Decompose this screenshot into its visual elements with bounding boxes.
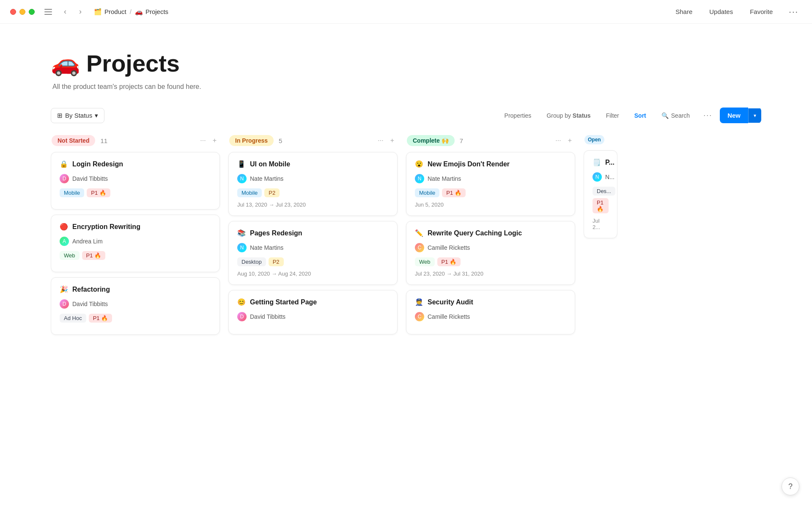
column-more-button-in-progress[interactable]: ··· xyxy=(375,135,386,146)
breadcrumb: 🗂️ Product / 🚗 Projects xyxy=(94,8,671,16)
breadcrumb-projects[interactable]: 🚗 Projects xyxy=(135,8,168,16)
properties-button[interactable]: Properties xyxy=(499,109,538,122)
search-icon: 🔍 xyxy=(661,112,669,119)
toolbar-more-button[interactable]: ··· xyxy=(699,108,716,123)
more-options-button[interactable]: ··· xyxy=(785,5,802,18)
column-not-started: Not Started11···+🔒Login RedesignDDavid T… xyxy=(51,135,220,340)
card-title-open-0: 🗒️P... xyxy=(593,158,609,166)
page-title: 🚗 Projects xyxy=(51,49,761,77)
favorite-button[interactable]: Favorite xyxy=(746,6,777,18)
card-tag: Web xyxy=(415,257,435,266)
card-in-progress-1[interactable]: 📚Pages RedesignNNate MartinsDesktopP2Aug… xyxy=(228,221,398,285)
column-add-button-not-started[interactable]: + xyxy=(210,135,219,146)
avatar: C xyxy=(415,312,424,321)
group-by-value: Status xyxy=(573,112,591,119)
card-title-in-progress-2: 😊Getting Started Page xyxy=(237,298,389,306)
card-open-0[interactable]: 🗒️P...NN...Des...P1 🔥Jul 2... xyxy=(584,150,617,238)
avatar: D xyxy=(60,174,69,183)
card-complete-2[interactable]: 👮Security AuditCCamille Ricketts xyxy=(406,290,575,334)
card-title-complete-1: ✏️Rewrite Query Caching Logic xyxy=(415,229,566,237)
breadcrumb-product[interactable]: 🗂️ Product xyxy=(94,8,126,16)
card-complete-1[interactable]: ✏️Rewrite Query Caching LogicCCamille Ri… xyxy=(406,221,575,285)
avatar: C xyxy=(415,243,424,252)
close-button[interactable] xyxy=(10,9,16,15)
card-title-text: Rewrite Query Caching Logic xyxy=(428,229,522,237)
help-button[interactable]: ? xyxy=(782,478,799,495)
avatar: D xyxy=(60,299,69,309)
card-icon: 😊 xyxy=(237,298,246,306)
card-tag: Desktop xyxy=(237,257,266,266)
card-tags-complete-0: MobileP1 🔥 xyxy=(415,188,566,197)
card-in-progress-0[interactable]: 📱UI on MobileNNate MartinsMobileP2Jul 13… xyxy=(228,152,398,216)
card-tags-open-0: Des...P1 🔥 xyxy=(593,187,609,213)
updates-button[interactable]: Updates xyxy=(705,6,737,18)
column-actions-in-progress: ···+ xyxy=(375,135,397,146)
maximize-button[interactable] xyxy=(29,9,35,15)
svg-rect-0 xyxy=(44,9,52,10)
page-icon: 🚗 xyxy=(51,49,80,77)
search-button[interactable]: 🔍 Search xyxy=(656,109,696,122)
search-label: Search xyxy=(671,112,690,119)
card-tags-complete-1: WebP1 🔥 xyxy=(415,257,566,266)
view-selector-button[interactable]: ⊞ By Status ▾ xyxy=(51,108,104,123)
column-count-not-started: 11 xyxy=(100,137,107,144)
share-button[interactable]: Share xyxy=(671,6,697,18)
card-in-progress-2[interactable]: 😊Getting Started PageDDavid Tibbitts xyxy=(228,290,398,334)
card-tag: Mobile xyxy=(60,188,84,197)
sort-button[interactable]: Sort xyxy=(628,109,652,122)
card-tag: P1 🔥 xyxy=(593,198,609,213)
svg-rect-2 xyxy=(44,14,52,15)
card-tags-not-started-1: WebP1 🔥 xyxy=(60,251,211,260)
toolbar: ⊞ By Status ▾ Properties Group by Status… xyxy=(51,108,761,123)
group-by-button[interactable]: Group by Status xyxy=(540,109,596,122)
column-add-button-complete[interactable]: + xyxy=(565,135,574,146)
new-button-group: New ▾ xyxy=(720,108,761,123)
new-button-dropdown[interactable]: ▾ xyxy=(748,108,761,123)
card-date-open-0: Jul 2... xyxy=(593,218,609,230)
card-tags-not-started-2: Ad HocP1 🔥 xyxy=(60,314,211,323)
column-more-button-complete[interactable]: ··· xyxy=(553,135,563,146)
avatar: N xyxy=(237,243,247,252)
card-meta-not-started-0: DDavid Tibbitts xyxy=(60,174,211,183)
card-title-text: Refactoring xyxy=(72,286,110,293)
card-date-in-progress-1: Aug 10, 2020 → Aug 24, 2020 xyxy=(237,271,389,277)
column-header-open: Open xyxy=(584,135,617,144)
view-icon: ⊞ xyxy=(57,112,63,119)
page-content: 🚗 Projects All the product team's projec… xyxy=(0,24,812,365)
column-count-in-progress: 5 xyxy=(279,137,282,144)
column-badge-open: Open xyxy=(584,135,604,144)
card-icon: 😮 xyxy=(415,160,423,168)
card-not-started-2[interactable]: 🎉RefactoringDDavid TibbittsAd HocP1 🔥 xyxy=(51,277,220,335)
assignee-name: David Tibbitts xyxy=(72,175,108,182)
card-tags-not-started-0: MobileP1 🔥 xyxy=(60,188,211,197)
page-title-text: Projects xyxy=(86,50,180,77)
card-not-started-1[interactable]: 🔴Encryption RewritingAAndrea LimWebP1 🔥 xyxy=(51,215,220,272)
card-tag: Ad Hoc xyxy=(60,314,86,323)
column-more-button-not-started[interactable]: ··· xyxy=(198,135,208,146)
column-in-progress: In Progress5···+📱UI on MobileNNate Marti… xyxy=(228,135,398,340)
card-title-not-started-1: 🔴Encryption Rewriting xyxy=(60,223,211,231)
back-button[interactable]: ‹ xyxy=(58,5,72,19)
card-title-text: Security Audit xyxy=(428,298,473,306)
card-date-complete-1: Jul 23, 2020 → Jul 31, 2020 xyxy=(415,271,566,277)
card-tag: P1 🔥 xyxy=(87,188,110,197)
card-title-text: Encryption Rewriting xyxy=(72,223,140,231)
card-icon: 🎉 xyxy=(60,285,68,293)
board: Not Started11···+🔒Login RedesignDDavid T… xyxy=(51,135,761,348)
column-add-button-in-progress[interactable]: + xyxy=(388,135,397,146)
filter-button[interactable]: Filter xyxy=(600,109,625,122)
forward-button[interactable]: › xyxy=(74,5,87,19)
sidebar-toggle-button[interactable] xyxy=(41,5,55,19)
minimize-button[interactable] xyxy=(19,9,25,15)
card-title-text: Pages Redesign xyxy=(250,229,302,237)
column-badge-complete: Complete 🙌 xyxy=(407,135,455,146)
assignee-name: Nate Martins xyxy=(250,175,283,182)
card-date-in-progress-0: Jul 13, 2020 → Jul 23, 2020 xyxy=(237,202,389,208)
card-title-not-started-0: 🔒Login Redesign xyxy=(60,160,211,168)
new-button[interactable]: New xyxy=(720,108,748,123)
card-not-started-0[interactable]: 🔒Login RedesignDDavid TibbittsMobileP1 🔥 xyxy=(51,152,220,210)
card-complete-0[interactable]: 😮New Emojis Don't RenderNNate MartinsMob… xyxy=(406,152,575,216)
assignee-name: David Tibbitts xyxy=(250,313,285,320)
product-icon: 🗂️ xyxy=(94,8,102,16)
card-title-text: Login Redesign xyxy=(72,160,123,168)
